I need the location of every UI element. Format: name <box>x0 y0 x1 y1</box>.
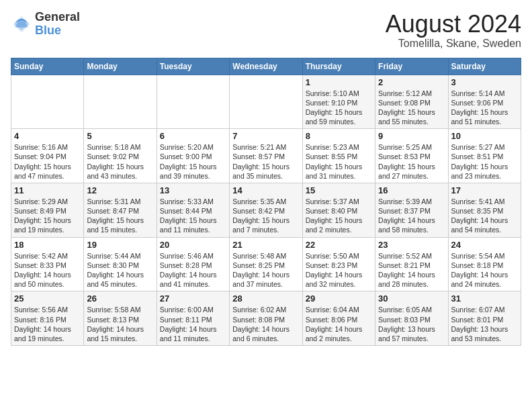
calendar-cell <box>230 75 302 129</box>
day-info: Sunrise: 6:02 AM Sunset: 8:08 PM Dayligh… <box>232 305 299 343</box>
title-area: August 2024 Tomelilla, Skane, Sweden <box>386 11 521 50</box>
weekday-header: Monday <box>84 58 157 75</box>
day-number: 4 <box>14 131 81 141</box>
header: General Blue August 2024 Tomelilla, Skan… <box>11 11 521 50</box>
weekday-header: Tuesday <box>157 58 229 75</box>
calendar-cell: 6Sunrise: 5:20 AM Sunset: 9:00 PM Daylig… <box>157 129 229 183</box>
calendar-cell: 9Sunrise: 5:25 AM Sunset: 8:53 PM Daylig… <box>375 129 448 183</box>
day-number: 22 <box>306 240 372 250</box>
calendar-cell: 19Sunrise: 5:44 AM Sunset: 8:30 PM Dayli… <box>84 237 157 291</box>
day-number: 24 <box>451 240 518 250</box>
day-info: Sunrise: 5:10 AM Sunset: 9:10 PM Dayligh… <box>306 89 372 127</box>
calendar-cell: 29Sunrise: 6:04 AM Sunset: 8:06 PM Dayli… <box>302 291 375 346</box>
weekday-header: Thursday <box>302 58 375 75</box>
logo-blue-label: Blue <box>35 24 80 38</box>
day-number: 8 <box>306 131 372 141</box>
calendar-cell: 14Sunrise: 5:35 AM Sunset: 8:42 PM Dayli… <box>230 183 302 237</box>
calendar-cell: 3Sunrise: 5:14 AM Sunset: 9:06 PM Daylig… <box>448 75 521 129</box>
day-info: Sunrise: 5:25 AM Sunset: 8:53 PM Dayligh… <box>378 142 445 181</box>
calendar-cell: 4Sunrise: 5:16 AM Sunset: 9:04 PM Daylig… <box>11 129 84 183</box>
weekday-header: Wednesday <box>230 58 302 75</box>
day-number: 23 <box>378 240 445 250</box>
day-info: Sunrise: 5:58 AM Sunset: 8:13 PM Dayligh… <box>87 305 153 343</box>
weekday-header: Friday <box>375 58 448 75</box>
calendar-cell <box>11 75 84 129</box>
day-number: 19 <box>87 240 153 250</box>
day-info: Sunrise: 5:33 AM Sunset: 8:44 PM Dayligh… <box>160 197 226 235</box>
calendar-cell: 22Sunrise: 5:50 AM Sunset: 8:23 PM Dayli… <box>302 237 375 291</box>
calendar-cell: 15Sunrise: 5:37 AM Sunset: 8:40 PM Dayli… <box>302 183 375 237</box>
calendar-cell: 31Sunrise: 6:07 AM Sunset: 8:01 PM Dayli… <box>448 291 521 346</box>
calendar-cell: 7Sunrise: 5:21 AM Sunset: 8:57 PM Daylig… <box>230 129 302 183</box>
calendar-body: 1Sunrise: 5:10 AM Sunset: 9:10 PM Daylig… <box>11 75 521 345</box>
day-info: Sunrise: 5:12 AM Sunset: 9:08 PM Dayligh… <box>378 89 445 127</box>
day-number: 18 <box>14 240 81 250</box>
calendar-week-row: 25Sunrise: 5:56 AM Sunset: 8:16 PM Dayli… <box>11 291 521 346</box>
calendar-week-row: 11Sunrise: 5:29 AM Sunset: 8:49 PM Dayli… <box>11 183 521 237</box>
day-info: Sunrise: 5:18 AM Sunset: 9:02 PM Dayligh… <box>87 142 153 181</box>
calendar-cell: 30Sunrise: 6:05 AM Sunset: 8:03 PM Dayli… <box>375 291 448 346</box>
day-info: Sunrise: 5:48 AM Sunset: 8:25 PM Dayligh… <box>232 251 299 289</box>
day-info: Sunrise: 5:14 AM Sunset: 9:06 PM Dayligh… <box>451 89 518 127</box>
day-info: Sunrise: 5:20 AM Sunset: 9:00 PM Dayligh… <box>160 142 226 181</box>
calendar-week-row: 4Sunrise: 5:16 AM Sunset: 9:04 PM Daylig… <box>11 129 521 183</box>
calendar-week-row: 18Sunrise: 5:42 AM Sunset: 8:33 PM Dayli… <box>11 237 521 291</box>
calendar-cell: 17Sunrise: 5:41 AM Sunset: 8:35 PM Dayli… <box>448 183 521 237</box>
logo-icon <box>11 13 32 35</box>
day-info: Sunrise: 5:29 AM Sunset: 8:49 PM Dayligh… <box>14 197 81 235</box>
day-number: 12 <box>87 185 153 195</box>
calendar-table: SundayMondayTuesdayWednesdayThursdayFrid… <box>11 58 521 346</box>
day-number: 15 <box>306 185 372 195</box>
day-info: Sunrise: 5:35 AM Sunset: 8:42 PM Dayligh… <box>232 197 299 235</box>
day-number: 29 <box>306 293 372 304</box>
day-number: 14 <box>232 185 299 195</box>
day-number: 17 <box>451 185 518 195</box>
day-number: 10 <box>451 131 518 141</box>
day-number: 26 <box>87 293 153 304</box>
calendar-cell: 8Sunrise: 5:23 AM Sunset: 8:55 PM Daylig… <box>302 129 375 183</box>
main-title: August 2024 <box>386 11 521 38</box>
day-info: Sunrise: 6:04 AM Sunset: 8:06 PM Dayligh… <box>306 305 372 343</box>
calendar-cell: 5Sunrise: 5:18 AM Sunset: 9:02 PM Daylig… <box>84 129 157 183</box>
calendar-cell: 24Sunrise: 5:54 AM Sunset: 8:18 PM Dayli… <box>448 237 521 291</box>
calendar-cell: 21Sunrise: 5:48 AM Sunset: 8:25 PM Dayli… <box>230 237 302 291</box>
day-info: Sunrise: 5:39 AM Sunset: 8:37 PM Dayligh… <box>378 197 445 235</box>
logo-general-label: General <box>35 11 80 24</box>
day-number: 30 <box>378 293 445 304</box>
day-info: Sunrise: 5:21 AM Sunset: 8:57 PM Dayligh… <box>232 142 299 181</box>
calendar-cell: 20Sunrise: 5:46 AM Sunset: 8:28 PM Dayli… <box>157 237 229 291</box>
day-number: 28 <box>232 293 299 304</box>
day-info: Sunrise: 5:50 AM Sunset: 8:23 PM Dayligh… <box>306 251 372 289</box>
day-info: Sunrise: 5:42 AM Sunset: 8:33 PM Dayligh… <box>14 251 81 289</box>
day-info: Sunrise: 5:23 AM Sunset: 8:55 PM Dayligh… <box>306 142 372 181</box>
weekday-row: SundayMondayTuesdayWednesdayThursdayFrid… <box>11 58 521 75</box>
calendar-cell: 12Sunrise: 5:31 AM Sunset: 8:47 PM Dayli… <box>84 183 157 237</box>
calendar-cell: 28Sunrise: 6:02 AM Sunset: 8:08 PM Dayli… <box>230 291 302 346</box>
day-info: Sunrise: 5:31 AM Sunset: 8:47 PM Dayligh… <box>87 197 153 235</box>
calendar-week-row: 1Sunrise: 5:10 AM Sunset: 9:10 PM Daylig… <box>11 75 521 129</box>
day-number: 13 <box>160 185 226 195</box>
day-number: 2 <box>378 77 445 87</box>
day-number: 16 <box>378 185 445 195</box>
day-number: 7 <box>232 131 299 141</box>
logo-text: General Blue <box>35 11 80 38</box>
subtitle: Tomelilla, Skane, Sweden <box>386 38 521 50</box>
day-number: 9 <box>378 131 445 141</box>
calendar-cell: 11Sunrise: 5:29 AM Sunset: 8:49 PM Dayli… <box>11 183 84 237</box>
day-info: Sunrise: 5:56 AM Sunset: 8:16 PM Dayligh… <box>14 305 81 343</box>
calendar-cell <box>84 75 157 129</box>
day-number: 20 <box>160 240 226 250</box>
calendar-cell: 1Sunrise: 5:10 AM Sunset: 9:10 PM Daylig… <box>302 75 375 129</box>
calendar-cell: 18Sunrise: 5:42 AM Sunset: 8:33 PM Dayli… <box>11 237 84 291</box>
calendar-cell: 27Sunrise: 6:00 AM Sunset: 8:11 PM Dayli… <box>157 291 229 346</box>
day-info: Sunrise: 6:05 AM Sunset: 8:03 PM Dayligh… <box>378 305 445 343</box>
calendar-header: SundayMondayTuesdayWednesdayThursdayFrid… <box>11 58 521 75</box>
day-number: 27 <box>160 293 226 304</box>
day-info: Sunrise: 5:46 AM Sunset: 8:28 PM Dayligh… <box>160 251 226 289</box>
weekday-header: Saturday <box>448 58 521 75</box>
day-info: Sunrise: 5:37 AM Sunset: 8:40 PM Dayligh… <box>306 197 372 235</box>
day-info: Sunrise: 5:27 AM Sunset: 8:51 PM Dayligh… <box>451 142 518 181</box>
calendar-cell: 26Sunrise: 5:58 AM Sunset: 8:13 PM Dayli… <box>84 291 157 346</box>
calendar-cell <box>157 75 229 129</box>
calendar-cell: 23Sunrise: 5:52 AM Sunset: 8:21 PM Dayli… <box>375 237 448 291</box>
